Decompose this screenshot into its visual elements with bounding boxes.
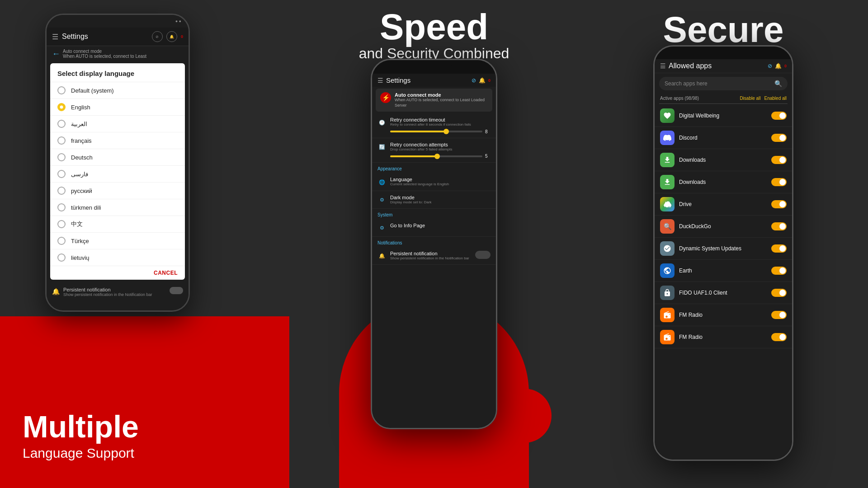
app-toggle-fido[interactable] <box>771 289 787 297</box>
app-name-fido: FIDO UAF1.0 Client <box>679 290 767 296</box>
list-item: Downloads <box>655 149 792 171</box>
settings-circle-icon: ⊘ <box>152 31 163 42</box>
radio-arabic <box>57 120 66 128</box>
app-toggle-fmradio2[interactable] <box>771 333 787 341</box>
app-name-drive: Drive <box>679 201 767 207</box>
dsu-icon <box>660 241 675 256</box>
dark-mode-setting[interactable]: ⚙ Dark mode Display mode set to: Dark <box>372 191 496 209</box>
app-toggle-downloads2[interactable] <box>771 178 787 186</box>
list-item: FM Radio <box>655 304 792 326</box>
info-icon: ⚙ <box>377 224 387 233</box>
hamburger-icon: ☰ <box>52 33 58 41</box>
globe-icon: 🌐 <box>377 178 387 187</box>
list-item: Drive <box>655 193 792 216</box>
app-name-digital: Digital Wellbeing <box>679 113 767 119</box>
notif-row: 🔔 Persistent notification Show persisten… <box>52 285 183 300</box>
info-title: Go to Info Page <box>390 223 425 228</box>
radio-russian <box>57 187 66 195</box>
go-to-info-page[interactable]: ⚙ Go to Info Page <box>372 219 496 237</box>
list-item: Discord <box>655 127 792 149</box>
tooltip-desc: When AUTO is selected, connect to Least … <box>395 98 488 108</box>
app-name-downloads1: Downloads <box>679 157 767 163</box>
lang-label-farsi: فارسی <box>71 171 88 178</box>
speed-title: Speed <box>359 9 509 45</box>
radio-chinese <box>57 220 66 228</box>
disable-all-button[interactable]: Disable all <box>740 96 760 101</box>
radio-german <box>57 153 66 161</box>
list-item: FM Radio <box>655 326 792 348</box>
app-name-earth: Earth <box>679 267 767 274</box>
bell-setting-icon: 🔔 <box>377 252 387 261</box>
phone3-bell: 🔔 <box>775 63 782 69</box>
retry-timeout-val: 8 <box>485 129 491 134</box>
lang-label-arabic: العربية <box>71 121 87 127</box>
lang-option-turkish[interactable]: Türkçe <box>50 233 185 249</box>
phone2-icon1: ⊘ <box>472 77 476 84</box>
back-main-text: Auto connect mode <box>63 49 146 54</box>
dialog-footer: CANCEL <box>50 266 185 280</box>
radio-turkish <box>57 237 66 245</box>
lang-option-german[interactable]: Deutsch <box>50 149 185 166</box>
retry-timeout-title: Retry connection timeout <box>390 117 491 122</box>
lang-option-french[interactable]: français <box>50 132 185 149</box>
radio-lithuanian <box>57 253 66 262</box>
list-item: Digital Wellbeing <box>655 105 792 127</box>
app-toggle-earth[interactable] <box>771 267 787 275</box>
app-toggle-discord[interactable] <box>771 134 787 142</box>
retry-timeout-slider[interactable]: 8 <box>390 129 491 134</box>
retry-attempts-desc: Drop connection after 5 failed attempts <box>390 147 491 152</box>
radio-french <box>57 136 66 145</box>
retry-attempts-slider[interactable]: 5 <box>390 154 491 159</box>
list-item: 🔍 DuckDuckGo <box>655 216 792 238</box>
back-sub-text: When AUTO is selected, connect to Least <box>63 54 146 59</box>
lang-label-chinese: 中文 <box>71 220 83 228</box>
cancel-button[interactable]: CANCEL <box>154 270 178 276</box>
phone1-status-bar: ● ● <box>47 15 189 28</box>
middle-top-text: Speed and Security Combined <box>359 0 509 62</box>
app-toggle-duckduckgo[interactable] <box>771 222 787 230</box>
downloads2-icon <box>660 175 675 189</box>
lang-option-english[interactable]: English <box>50 99 185 116</box>
app-toggle-drive[interactable] <box>771 200 787 208</box>
lang-option-farsi[interactable]: فارسی <box>50 166 185 183</box>
notif-toggle[interactable] <box>170 287 183 294</box>
duckduckgo-icon: 🔍 <box>660 219 675 234</box>
system-header: System <box>372 209 496 219</box>
fmradio2-icon <box>660 330 675 344</box>
list-item: FIDO UAF1.0 Client <box>655 282 792 304</box>
lang-option-chinese[interactable]: 中文 <box>50 216 185 233</box>
retry-attempts-item: 🔄 Retry connection attempts Drop connect… <box>372 138 496 163</box>
lang-option-turkmen[interactable]: türkmen dili <box>50 199 185 216</box>
enable-all-button[interactable]: Enabled all <box>764 96 787 101</box>
lang-option-default[interactable]: Default (system) <box>50 82 185 99</box>
phone3-badge: 0 <box>784 64 787 68</box>
phone2-title: Settings <box>386 76 469 84</box>
language-setting[interactable]: 🌐 Language Current selected language is … <box>372 173 496 191</box>
persistent-desc: Show persistent notification in the Noti… <box>390 256 472 261</box>
active-apps-row: Active apps (98/98) Disable all Enabled … <box>655 94 792 103</box>
earth-icon <box>660 263 675 278</box>
drive-icon <box>660 197 675 211</box>
discord-icon <box>660 131 675 145</box>
phone2: ☰ Settings ⊘ 🔔 0 ⚡ Auto connect mode Whe… <box>371 59 497 429</box>
language-support-label: Language Support <box>23 446 139 461</box>
retry-attempts-val: 5 <box>485 154 491 159</box>
language-dialog: Select display language Default (system)… <box>50 63 185 280</box>
app-toggle-dsu[interactable] <box>771 244 787 253</box>
app-toggle-downloads1[interactable] <box>771 156 787 164</box>
dark-mode-title: Dark mode <box>390 195 432 200</box>
lang-option-russian[interactable]: русский <box>50 183 185 199</box>
lang-label-turkmen: türkmen dili <box>71 204 101 211</box>
left-section: Multiple Language Support ● ● ☰ Settings… <box>0 0 289 488</box>
app-toggle-fmradio1[interactable] <box>771 311 787 319</box>
search-bar[interactable]: Search apps here 🔍 <box>659 77 788 90</box>
persistent-toggle[interactable] <box>475 251 491 259</box>
retry-attempts-title: Retry connection attempts <box>390 142 491 147</box>
app-toggle-digital[interactable] <box>771 112 787 120</box>
lang-option-lithuanian[interactable]: lietuvių <box>50 249 185 266</box>
lang-label-lithuanian: lietuvių <box>71 254 89 261</box>
app-name-duckduckgo: DuckDuckGo <box>679 223 767 230</box>
persistent-notif: 🔔 Persistent notification Show persisten… <box>372 247 496 265</box>
lang-option-arabic[interactable]: العربية <box>50 116 185 132</box>
phone3-icon1: ⊘ <box>768 63 772 69</box>
